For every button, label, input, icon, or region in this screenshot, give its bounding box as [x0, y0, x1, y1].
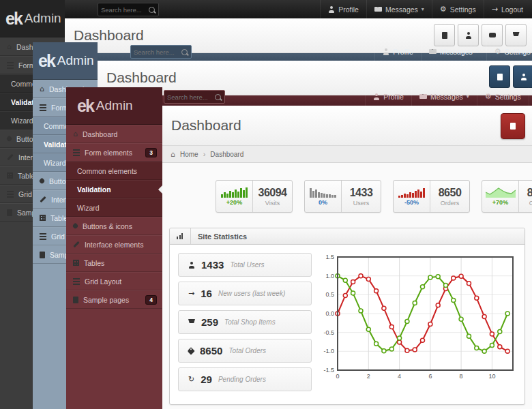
home-icon: ⌂	[171, 151, 175, 158]
breadcrumb-home[interactable]: Home	[180, 151, 198, 158]
cart-icon	[188, 319, 195, 323]
settings-menu-item[interactable]: ⚙ Settings	[432, 0, 484, 18]
profile-icon	[373, 93, 380, 100]
messages-label: Messages	[385, 5, 418, 14]
svg-text:0: 0	[336, 373, 339, 380]
search-input[interactable]	[131, 48, 181, 56]
sidebar-item-label: Common elements	[77, 167, 137, 175]
home-icon: ⌂	[40, 85, 44, 93]
site-stat-pending-orders: ↻29Pending Orders	[178, 367, 312, 391]
stats-row: +20%36094Visits0%1433Users-50%8650Orders…	[216, 180, 532, 213]
drop-icon	[72, 223, 79, 230]
messages-icon	[419, 94, 427, 99]
sidebar-item-interface-elements[interactable]: Interface elements	[66, 235, 162, 254]
file-button[interactable]	[489, 65, 510, 88]
panel-header: Site Statistics	[170, 228, 524, 245]
stat-value: 8650	[527, 187, 532, 199]
messages-menu-item[interactable]: Messages ▾	[411, 87, 477, 106]
site-stat-value: 29	[201, 374, 212, 385]
sidebar-item-buttons-icons[interactable]: Buttons & icons	[66, 217, 162, 235]
messages-label: Messages	[430, 93, 463, 101]
stat-label: Orders	[441, 200, 460, 207]
sparkline: 0%	[305, 181, 341, 212]
profile-icon	[383, 48, 389, 55]
messages-menu-item[interactable]: Messages ▾	[421, 42, 486, 61]
stat-percent: 0%	[319, 199, 327, 206]
rows-icon	[7, 62, 14, 69]
grid-icon	[7, 172, 13, 179]
logo-admin: Admin	[57, 53, 94, 68]
svg-text:10: 10	[488, 373, 495, 380]
svg-text:-1.5: -1.5	[323, 367, 334, 374]
file-icon	[73, 297, 78, 303]
logout-menu-item[interactable]: → Logout	[484, 0, 531, 18]
sidebar-item-label: Buttons & icons	[83, 222, 132, 230]
stat-label: Visits	[265, 200, 280, 207]
gear-icon: ⚙	[494, 48, 501, 55]
search-icon[interactable]	[149, 7, 155, 13]
sidebar-item-label: Form elements	[85, 149, 132, 157]
stat-percent: -50%	[404, 199, 419, 206]
profile-menu-item[interactable]: Profile	[374, 42, 421, 61]
cart-icon	[513, 32, 520, 36]
settings-menu-item[interactable]: ⚙ Settings	[477, 87, 529, 106]
new-file-button[interactable]	[501, 113, 525, 139]
search-icon[interactable]	[181, 49, 188, 55]
svg-text:8: 8	[460, 373, 463, 380]
sparkline: +20%	[216, 181, 252, 212]
sidebar-item-validation[interactable]: Validation	[66, 180, 162, 198]
window-maroon-theme: Profile Messages ▾ ⚙ Settings → Logout e…	[66, 87, 532, 409]
chevron-down-icon: ▾	[422, 6, 424, 12]
site-stat-value: 8650	[200, 345, 222, 357]
sidebar-item-dashboard[interactable]: ⌂Dashboard	[66, 125, 162, 143]
sidebar-item-tables[interactable]: Tables	[66, 254, 162, 272]
app-logo: ek Admin	[66, 87, 162, 125]
page-header: Dashboard	[162, 106, 532, 146]
chevron-down-icon: ▾	[476, 48, 479, 55]
site-stat-label: Total Users	[230, 261, 264, 269]
arrow-icon: →	[188, 290, 194, 297]
chat-icon	[489, 33, 496, 37]
sidebar: ⌂DashboardForm elements3Common elementsV…	[66, 125, 162, 409]
panel-icon-box	[170, 228, 191, 244]
person-icon	[188, 262, 195, 269]
profile-menu-item[interactable]: Profile	[320, 0, 366, 18]
site-stat-label: Total Orders	[228, 347, 266, 354]
stat-label: Users	[353, 200, 370, 207]
svg-text:-1.0: -1.0	[323, 348, 334, 354]
profile-menu-item[interactable]: Profile	[365, 87, 411, 106]
rows-icon	[73, 149, 80, 156]
logout-menu-item[interactable]: → Logout	[529, 87, 532, 106]
breadcrumb-current: Dashboard	[210, 151, 243, 158]
stat-box-orders-3: +70%8650Orders	[482, 180, 532, 213]
sidebar-item-common-elements[interactable]: Common elements	[66, 162, 162, 180]
search-icon[interactable]	[215, 94, 221, 100]
site-stat-label: New users (last week)	[218, 290, 285, 297]
site-stat-total-shop-items: 259Total Shop Items	[178, 310, 312, 334]
chevron-down-icon: ▾	[467, 93, 469, 100]
search-input[interactable]	[98, 6, 149, 14]
search-input[interactable]	[164, 93, 215, 101]
page-title: Dashboard	[106, 70, 177, 86]
bar-chart-icon	[177, 233, 183, 239]
stat-label: Orders	[529, 200, 532, 207]
sidebar-item-form-elements[interactable]: Form elements3	[66, 143, 162, 162]
breadcrumb-separator: ›	[203, 150, 206, 158]
profile-label: Profile	[338, 5, 359, 14]
stat-box-users-1: 0%1433Users	[304, 180, 381, 213]
user-button[interactable]	[513, 65, 532, 88]
sidebar-item-badge: 4	[145, 295, 157, 305]
sidebar-item-grid-layout[interactable]: Grid Layout	[66, 272, 162, 290]
sparkline: +70%	[482, 181, 518, 212]
search-box	[130, 45, 192, 59]
site-statistics-panel: Site Statistics 1433Total Users→16New us…	[169, 228, 525, 405]
page-title: Dashboard	[74, 27, 144, 44]
panel-body: 1433Total Users→16New users (last week)2…	[170, 245, 524, 404]
sidebar-item-wizard[interactable]: Wizard	[66, 198, 162, 217]
sidebar-item-sample-pages[interactable]: Sample pages4	[66, 290, 162, 309]
sidebar-item-label: Wizard	[77, 204, 100, 212]
svg-text:-0.5: -0.5	[323, 329, 334, 336]
messages-menu-item[interactable]: Messages ▾	[366, 0, 432, 18]
settings-menu-item[interactable]: ⚙ Settings	[486, 42, 532, 61]
svg-text:4: 4	[398, 373, 401, 380]
